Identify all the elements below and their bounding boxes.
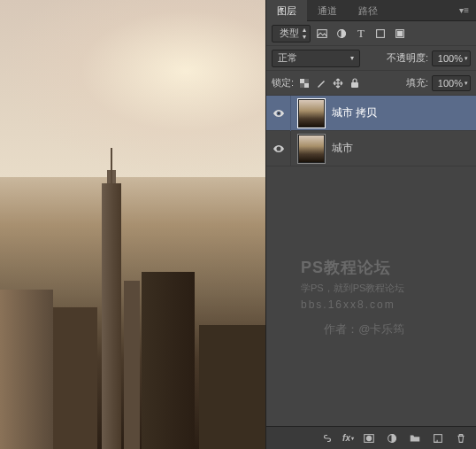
delete-layer-icon[interactable] xyxy=(453,430,469,446)
adjustment-filter-icon[interactable] xyxy=(334,26,349,42)
svg-point-12 xyxy=(277,112,279,113)
visibility-toggle[interactable] xyxy=(266,96,291,131)
filter-row: 类型 ▴▾ T xyxy=(266,21,476,46)
svg-rect-8 xyxy=(304,83,309,88)
layer-mask-icon[interactable] xyxy=(361,430,377,446)
layer-item[interactable]: 城市 xyxy=(266,131,476,166)
svg-rect-17 xyxy=(434,434,442,442)
link-layers-icon[interactable] xyxy=(319,430,335,446)
blend-row: 正常 ▾ 不透明度: 100% ▾ xyxy=(266,46,476,71)
chevron-down-icon: ▾ xyxy=(464,80,468,87)
layer-item[interactable]: 城市 拷贝 xyxy=(266,96,476,131)
lock-label: 锁定: xyxy=(272,76,294,89)
chevron-down-icon: ▾ xyxy=(350,54,354,62)
svg-point-13 xyxy=(277,147,279,149)
lock-all-icon[interactable] xyxy=(348,76,362,90)
canvas-buildings xyxy=(0,148,265,449)
fill-input[interactable]: 100% ▾ xyxy=(432,75,471,91)
tab-channels[interactable]: 通道 xyxy=(307,0,348,21)
svg-rect-4 xyxy=(377,29,385,37)
svg-rect-9 xyxy=(304,79,309,83)
lock-move-icon[interactable] xyxy=(331,76,345,90)
eye-icon xyxy=(272,106,286,120)
opacity-label: 不透明度: xyxy=(387,51,428,65)
filter-type-label: 类型 xyxy=(280,27,299,40)
panel-tabs: 图层 通道 路径 ▾≡ xyxy=(266,0,476,21)
svg-rect-7 xyxy=(300,79,304,83)
filter-type-select[interactable]: 类型 ▴▾ xyxy=(272,25,311,43)
svg-rect-2 xyxy=(318,29,327,37)
adjustment-layer-icon[interactable] xyxy=(384,430,400,446)
svg-rect-6 xyxy=(397,31,402,35)
svg-rect-10 xyxy=(300,83,304,88)
blend-mode-value: 正常 xyxy=(278,51,297,65)
lock-pixels-icon[interactable] xyxy=(297,76,311,90)
smart-filter-icon[interactable] xyxy=(392,26,408,42)
lock-row: 锁定: 填充: 100% ▾ xyxy=(266,71,476,96)
lock-brush-icon[interactable] xyxy=(314,76,328,90)
new-layer-icon[interactable] xyxy=(430,430,446,446)
tab-paths[interactable]: 路径 xyxy=(348,0,388,21)
layers-panel: 图层 通道 路径 ▾≡ 类型 ▴▾ T 正常 ▾ xyxy=(265,0,476,449)
opacity-input[interactable]: 100% ▾ xyxy=(432,50,471,66)
opacity-value: 100% xyxy=(438,53,463,64)
fill-label: 填充: xyxy=(406,76,428,89)
fill-value: 100% xyxy=(438,78,463,89)
layer-name: 城市 xyxy=(332,141,353,156)
svg-point-15 xyxy=(366,436,371,440)
tab-layers[interactable]: 图层 xyxy=(266,0,307,21)
image-filter-icon[interactable] xyxy=(314,26,330,42)
blend-mode-select[interactable]: 正常 ▾ xyxy=(272,50,360,67)
chevron-updown-icon: ▴▾ xyxy=(303,27,306,41)
eye-icon xyxy=(272,142,286,156)
canvas-preview xyxy=(0,0,265,449)
layer-name: 城市 拷贝 xyxy=(332,105,377,120)
shape-filter-icon[interactable] xyxy=(372,26,388,42)
layers-bottom-bar: fx▾ xyxy=(266,426,476,449)
layer-style-icon[interactable]: fx▾ xyxy=(342,433,354,443)
layer-thumbnail[interactable] xyxy=(298,99,325,128)
new-group-icon[interactable] xyxy=(407,430,423,446)
panel-menu-icon[interactable]: ▾≡ xyxy=(452,5,476,15)
visibility-toggle[interactable] xyxy=(266,131,291,166)
layer-thumbnail[interactable] xyxy=(298,135,325,163)
chevron-down-icon: ▾ xyxy=(464,55,468,62)
layers-list: 城市 拷贝 城市 xyxy=(266,96,476,426)
svg-rect-11 xyxy=(351,82,358,88)
type-filter-icon[interactable]: T xyxy=(353,26,369,42)
